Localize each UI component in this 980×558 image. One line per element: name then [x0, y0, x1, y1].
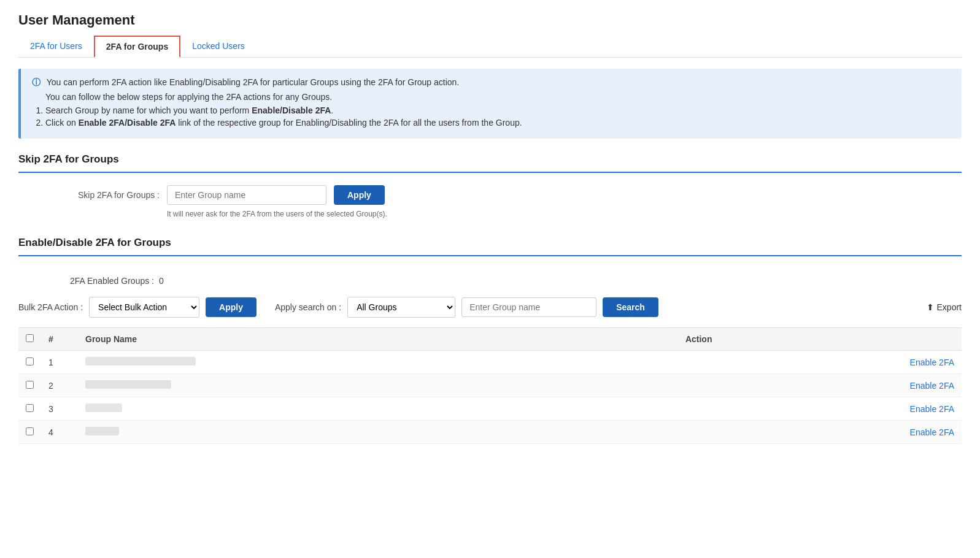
- tab-bar: 2FA for Users 2FA for Groups Locked User…: [18, 36, 962, 58]
- header-group-name-col: Group Name: [78, 328, 678, 351]
- bulk-action-label: Bulk 2FA Action :: [18, 302, 83, 312]
- table-row: 4 Enable 2FA: [18, 421, 962, 444]
- table-row: 3 Enable 2FA: [18, 397, 962, 421]
- enable-2fa-link-4[interactable]: Enable 2FA: [910, 427, 954, 437]
- row-num-2: 2: [41, 374, 78, 397]
- enable-disable-section: Enable/Disable 2FA for Groups 2FA Enable…: [18, 237, 962, 444]
- skip-form-row: Skip 2FA for Groups : Apply: [18, 185, 962, 205]
- row-checkbox-3[interactable]: [26, 404, 34, 412]
- search-on-label: Apply search on :: [275, 302, 341, 312]
- export-icon: ⬆: [927, 302, 934, 312]
- row-group-name-4: [78, 421, 678, 444]
- row-group-name-1: [78, 351, 678, 374]
- info-steps: Search Group by name for which you want …: [45, 105, 951, 128]
- row-checkbox-cell: [18, 374, 41, 397]
- tab-locked-users[interactable]: Locked Users: [180, 36, 257, 58]
- info-box: ⓘ You can perform 2FA action like Enabli…: [18, 69, 962, 139]
- row-checkbox-cell: [18, 351, 41, 374]
- row-action-3: Enable 2FA: [678, 397, 962, 421]
- table-row: 1 Enable 2FA: [18, 351, 962, 374]
- row-group-name-3: [78, 397, 678, 421]
- bulk-apply-button[interactable]: Apply: [206, 297, 257, 317]
- export-label: Export: [937, 302, 962, 312]
- row-checkbox-1[interactable]: [26, 357, 34, 365]
- enable-2fa-link-2[interactable]: Enable 2FA: [910, 381, 954, 391]
- enable-section-title: Enable/Disable 2FA for Groups: [18, 237, 962, 249]
- row-checkbox-cell: [18, 421, 41, 444]
- row-num-4: 4: [41, 421, 78, 444]
- header-checkbox-col: [18, 328, 41, 351]
- row-group-name-2: [78, 374, 678, 397]
- header-num-col: #: [41, 328, 78, 351]
- skip-field-label: Skip 2FA for Groups :: [68, 190, 160, 200]
- info-line2: You can follow the below steps for apply…: [45, 92, 951, 102]
- row-action-2: Enable 2FA: [678, 374, 962, 397]
- info-line1: You can perform 2FA action like Enabling…: [47, 77, 460, 87]
- search-group-input[interactable]: [461, 297, 596, 317]
- enabled-groups-label: 2FA Enabled Groups :: [70, 276, 154, 286]
- row-num-3: 3: [41, 397, 78, 421]
- info-step2: Click on Enable 2FA/Disable 2FA link of …: [45, 118, 951, 128]
- skip-2fa-section: Skip 2FA for Groups Skip 2FA for Groups …: [18, 153, 962, 218]
- row-checkbox-2[interactable]: [26, 381, 34, 389]
- search-button[interactable]: Search: [603, 297, 658, 317]
- row-action-4: Enable 2FA: [678, 421, 962, 444]
- groups-table: # Group Name Action 1 Enable 2FA 2 Enabl…: [18, 327, 962, 444]
- tab-2fa-users[interactable]: 2FA for Users: [18, 36, 94, 58]
- skip-hint-text: It will never ask for the 2FA from the u…: [118, 210, 962, 218]
- skip-section-divider: [18, 172, 962, 173]
- enable-section-divider: [18, 255, 962, 256]
- row-num-1: 1: [41, 351, 78, 374]
- search-on-select[interactable]: All Groups 2FA Enabled Groups 2FA Disabl…: [347, 297, 455, 318]
- table-row: 2 Enable 2FA: [18, 374, 962, 397]
- row-checkbox-cell: [18, 397, 41, 421]
- skip-group-name-input[interactable]: [167, 185, 326, 205]
- header-action-col: Action: [678, 328, 962, 351]
- page-title: User Management: [18, 12, 962, 28]
- enabled-groups-count-row: 2FA Enabled Groups : 0: [18, 269, 962, 297]
- bulk-action-select[interactable]: Select Bulk Action: [89, 297, 199, 318]
- export-button[interactable]: ⬆ Export: [927, 302, 962, 312]
- tab-2fa-groups[interactable]: 2FA for Groups: [94, 36, 180, 58]
- table-header-row: # Group Name Action: [18, 328, 962, 351]
- enabled-groups-value: 0: [159, 276, 164, 286]
- info-icon: ⓘ: [32, 77, 41, 87]
- enable-2fa-link-3[interactable]: Enable 2FA: [910, 404, 954, 414]
- enable-2fa-link-1[interactable]: Enable 2FA: [910, 357, 954, 367]
- row-action-1: Enable 2FA: [678, 351, 962, 374]
- info-step1: Search Group by name for which you want …: [45, 105, 951, 115]
- skip-section-title: Skip 2FA for Groups: [18, 153, 962, 166]
- row-checkbox-4[interactable]: [26, 427, 34, 435]
- select-all-checkbox[interactable]: [26, 334, 34, 342]
- table-controls: Bulk 2FA Action : Select Bulk Action App…: [18, 297, 962, 318]
- skip-apply-button[interactable]: Apply: [334, 185, 385, 205]
